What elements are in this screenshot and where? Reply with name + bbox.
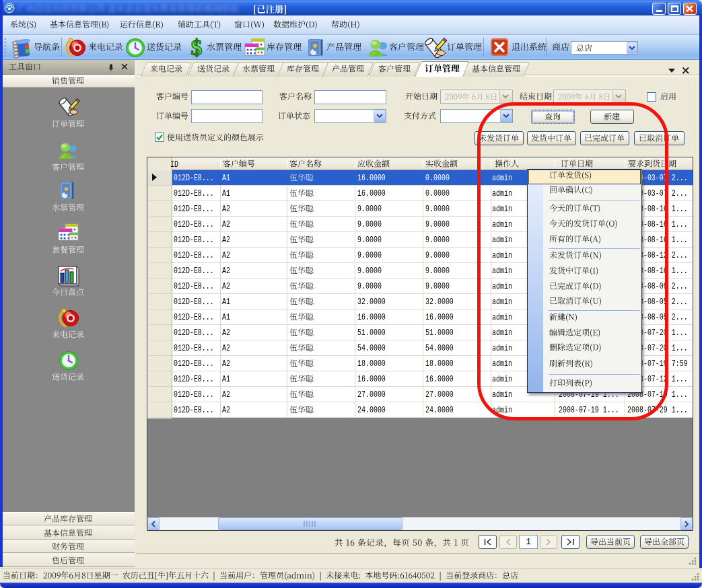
svg-text:$: $ [191, 36, 203, 59]
